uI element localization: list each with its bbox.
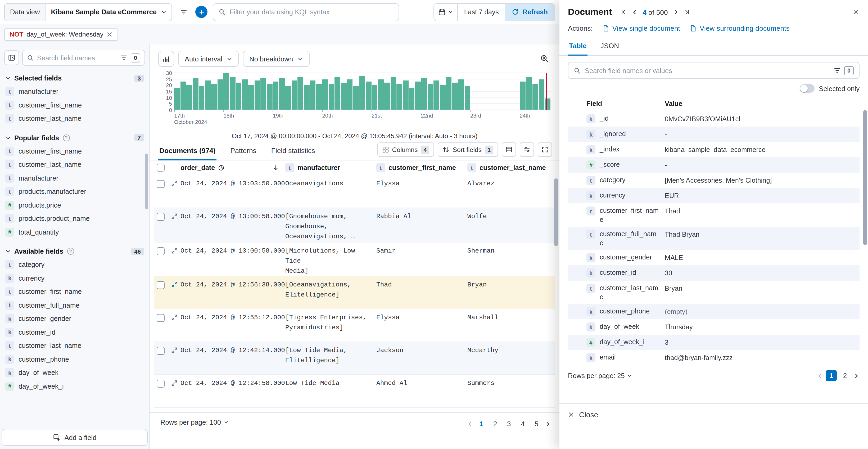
value-cell[interactable]: Thursday bbox=[665, 322, 860, 332]
breakdown-dropdown[interactable]: No breakdown bbox=[243, 51, 309, 67]
sidebar-field-item[interactable]: kcurrency bbox=[4, 271, 145, 285]
fullscreen-button[interactable] bbox=[538, 143, 552, 157]
flyout-search-input[interactable] bbox=[585, 66, 829, 74]
previous-document-button[interactable] bbox=[631, 9, 638, 16]
flyout-rows-per-page-dropdown[interactable]: Rows per page: 25 bbox=[568, 372, 632, 380]
select-all-checkbox[interactable] bbox=[157, 163, 164, 171]
filter-pill[interactable]: NOT day_of_week: Wednesday bbox=[4, 28, 118, 41]
field-search-input[interactable] bbox=[37, 54, 117, 62]
row-checkbox[interactable] bbox=[157, 281, 164, 289]
expand-document-icon[interactable] bbox=[171, 380, 178, 387]
histogram-chart[interactable]: 302520151050 17thOctober 202418th19th20t… bbox=[158, 73, 552, 126]
next-page-button[interactable] bbox=[545, 421, 551, 427]
value-cell[interactable]: kibana_sample_data_ecommerce bbox=[665, 145, 860, 154]
close-button[interactable]: Close bbox=[568, 410, 598, 419]
expand-document-icon[interactable] bbox=[171, 180, 178, 187]
column-header-customer-last-name[interactable]: tcustomer_last_name bbox=[467, 163, 555, 172]
sidebar-field-item[interactable]: tproducts.product_name bbox=[4, 212, 145, 225]
value-cell[interactable]: EUR bbox=[665, 190, 860, 201]
columns-button[interactable]: Columns 4 bbox=[377, 143, 434, 157]
value-cell[interactable]: MALE bbox=[665, 252, 860, 262]
value-cell[interactable]: 30 bbox=[665, 268, 860, 278]
sidebar-field-item[interactable]: kcustomer_phone bbox=[4, 352, 145, 366]
collapse-sidebar-button[interactable] bbox=[4, 50, 19, 65]
page-5-button[interactable]: 5 bbox=[531, 418, 542, 429]
previous-page-button[interactable] bbox=[817, 372, 823, 379]
flyout-tab-table[interactable]: Table bbox=[568, 39, 588, 55]
sidebar-field-item[interactable]: tcustomer_first_name bbox=[4, 98, 145, 112]
expand-document-icon[interactable] bbox=[171, 247, 178, 254]
sidebar-field-item[interactable]: kday_of_week bbox=[4, 366, 145, 379]
last-document-button[interactable] bbox=[684, 9, 690, 16]
page-1-button[interactable]: 1 bbox=[826, 370, 837, 381]
flyout-filter-icon[interactable] bbox=[834, 67, 841, 74]
interval-dropdown[interactable]: Auto interval bbox=[178, 51, 239, 67]
sidebar-field-item[interactable]: tcustomer_full_name bbox=[4, 298, 145, 312]
field-cell[interactable]: tcustomer_full_name bbox=[586, 229, 665, 247]
add-field-button[interactable]: Add a field bbox=[2, 429, 148, 446]
expand-document-icon[interactable] bbox=[171, 347, 178, 354]
table-scrollbar[interactable] bbox=[554, 178, 558, 246]
display-options-button[interactable] bbox=[520, 143, 534, 157]
page-2-button[interactable]: 2 bbox=[839, 370, 850, 381]
chart-plot-area[interactable] bbox=[174, 73, 551, 110]
field-cell[interactable]: kcustomer_gender bbox=[586, 252, 665, 262]
page-1-button[interactable]: 1 bbox=[476, 418, 487, 429]
value-cell[interactable]: [Men's Accessories, Men's Clothing] bbox=[665, 175, 860, 185]
sidebar-field-item[interactable]: tmanufacturer bbox=[4, 171, 145, 185]
row-checkbox[interactable] bbox=[157, 247, 164, 255]
value-cell[interactable]: Bryan bbox=[665, 283, 860, 293]
field-cell[interactable]: k_id bbox=[586, 114, 665, 123]
chart-visibility-button[interactable] bbox=[158, 51, 174, 67]
chart-options-button[interactable] bbox=[537, 55, 552, 63]
value-cell[interactable]: (empty) bbox=[665, 306, 860, 317]
rows-per-page-dropdown[interactable]: Rows per page: 100 bbox=[160, 418, 228, 426]
sidebar-field-item[interactable]: tcustomer_first_name bbox=[4, 144, 145, 158]
sidebar-field-item[interactable]: tcategory bbox=[4, 258, 145, 271]
field-cell[interactable]: k_ignored bbox=[586, 129, 665, 139]
tab-patterns[interactable]: Patterns bbox=[229, 142, 257, 160]
sidebar-field-item[interactable]: #day_of_week_i bbox=[4, 379, 145, 393]
field-cell[interactable]: #_score bbox=[586, 160, 665, 170]
collapse-document-icon[interactable] bbox=[171, 281, 178, 288]
field-section-header-popular-fields[interactable]: Popular fields?7 bbox=[5, 134, 144, 142]
row-checkbox[interactable] bbox=[157, 213, 164, 221]
date-quick-select-button[interactable] bbox=[434, 3, 458, 20]
saved-query-menu-button[interactable] bbox=[176, 3, 191, 20]
sidebar-field-item[interactable]: tcustomer_last_name bbox=[4, 158, 145, 171]
sidebar-field-item[interactable]: tcustomer_last_name bbox=[4, 112, 145, 125]
time-range-value[interactable]: Last 7 days bbox=[458, 3, 505, 20]
value-cell[interactable]: Thad Bryan bbox=[665, 229, 860, 239]
row-checkbox[interactable] bbox=[157, 180, 164, 188]
next-page-button[interactable] bbox=[853, 372, 860, 379]
view-single-document-link[interactable]: View single document bbox=[602, 24, 680, 32]
value-cell[interactable]: thad@bryan-family.zzz bbox=[665, 353, 860, 362]
close-flyout-button[interactable] bbox=[849, 5, 863, 19]
field-section-header-available-fields[interactable]: Available fields?46 bbox=[5, 247, 144, 255]
sidebar-field-item[interactable]: #total_quantity bbox=[4, 225, 145, 239]
expand-document-icon[interactable] bbox=[171, 213, 178, 220]
field-filter-icon[interactable] bbox=[120, 54, 128, 61]
sidebar-scrollbar[interactable] bbox=[145, 154, 148, 209]
field-cell[interactable]: kcurrency bbox=[586, 190, 665, 200]
sidebar-field-item[interactable]: kcustomer_id bbox=[4, 325, 145, 339]
previous-page-button[interactable] bbox=[467, 421, 473, 427]
remove-filter-icon[interactable] bbox=[107, 31, 113, 38]
field-cell[interactable]: kcustomer_id bbox=[586, 268, 665, 277]
field-cell[interactable]: kcustomer_phone bbox=[586, 306, 665, 316]
row-density-button[interactable] bbox=[502, 143, 516, 157]
column-header-order-date[interactable]: order_date bbox=[181, 164, 285, 171]
row-checkbox[interactable] bbox=[157, 347, 164, 355]
value-cell[interactable]: 3 bbox=[665, 337, 860, 347]
field-cell[interactable]: #day_of_week_i bbox=[586, 337, 665, 347]
kql-input[interactable] bbox=[230, 8, 393, 16]
column-header-manufacturer[interactable]: tmanufacturer bbox=[285, 163, 376, 172]
tab-field-statistics[interactable]: Field statistics bbox=[270, 142, 316, 160]
column-header-customer-first-name[interactable]: tcustomer_first_name bbox=[376, 163, 467, 172]
sidebar-field-item[interactable]: tmanufacturer bbox=[4, 85, 145, 98]
tab-documents-974[interactable]: Documents (974) bbox=[158, 142, 217, 160]
flyout-scrollbar[interactable] bbox=[863, 110, 867, 245]
field-section-header-selected-fields[interactable]: Selected fields3 bbox=[5, 74, 144, 82]
refresh-button[interactable]: Refresh bbox=[505, 3, 555, 20]
page-2-button[interactable]: 2 bbox=[490, 418, 501, 429]
